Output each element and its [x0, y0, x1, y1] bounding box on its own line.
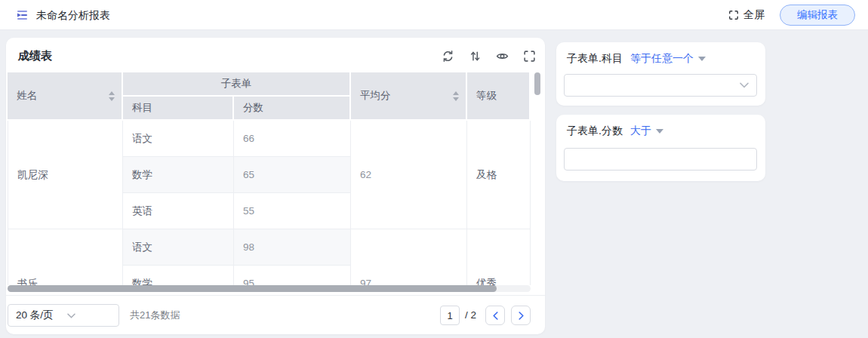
next-page-button[interactable]	[511, 306, 531, 325]
card-toolbar	[442, 50, 536, 63]
cell-student-name: 凯尼深	[8, 121, 123, 229]
name-column-sorter[interactable]	[109, 91, 115, 101]
cell-subject: 语文	[123, 121, 234, 157]
column-header-name[interactable]: 姓名	[8, 72, 123, 121]
table-row: 凯尼深 语文 66 62 及格	[8, 121, 531, 157]
card-title: 成绩表	[18, 49, 52, 63]
fullscreen-icon	[728, 10, 739, 20]
eye-icon[interactable]	[496, 50, 509, 63]
expand-icon[interactable]	[523, 50, 536, 63]
total-count-label: 共21条数据	[130, 304, 180, 327]
top-bar: 未命名分析报表 全屏 编辑报表	[0, 0, 868, 30]
filter-operator-dropdown[interactable]: 等于任意一个	[630, 52, 706, 66]
cell-student-name: 书乐	[8, 229, 123, 285]
chevron-down-icon	[740, 82, 749, 88]
prev-page-button[interactable]	[485, 306, 505, 325]
score-filter-input[interactable]	[564, 148, 757, 171]
cell-subject: 数学	[123, 266, 234, 285]
column-header-score: 分数	[234, 97, 351, 121]
cell-score: 55	[234, 193, 351, 229]
column-header-grade: 等级	[467, 72, 531, 121]
page-number-input[interactable]	[440, 306, 460, 325]
column-group-header-subform: 子表单	[123, 72, 351, 97]
page-title: 未命名分析报表	[36, 0, 110, 30]
cell-score: 65	[234, 157, 351, 193]
subject-filter-select[interactable]	[564, 74, 757, 97]
cell-average: 97	[351, 229, 467, 285]
page-size-value: 20 条/页	[8, 309, 60, 322]
filter-card-subject: 子表单.科目 等于任意一个	[556, 42, 765, 106]
column-header-average[interactable]: 平均分	[351, 72, 467, 121]
report-viewer-page: 未命名分析报表 全屏 编辑报表 成绩表	[0, 0, 868, 338]
column-header-subject: 科目	[123, 97, 234, 121]
filter-operator-dropdown[interactable]: 大于	[630, 124, 663, 138]
fullscreen-button[interactable]: 全屏	[728, 8, 765, 22]
caret-down-icon	[698, 57, 706, 61]
cell-subject: 数学	[123, 157, 234, 193]
filter-field-label: 子表单.分数	[567, 124, 623, 138]
cell-score: 66	[234, 121, 351, 157]
chevron-right-icon	[519, 312, 524, 320]
average-column-sorter[interactable]	[453, 91, 459, 101]
sort-icon[interactable]	[469, 50, 482, 63]
table-row: 书乐 语文 98 97 优秀	[8, 229, 531, 266]
collapse-back-icon[interactable]	[15, 8, 29, 22]
cell-score: 98	[234, 229, 351, 266]
refresh-icon[interactable]	[442, 50, 454, 63]
score-table: 姓名 子表单 平均分 等级	[8, 72, 531, 285]
horizontal-scrollbar-track	[8, 285, 531, 292]
cell-subject: 语文	[123, 229, 234, 266]
page-total-label: / 2	[465, 304, 476, 327]
cell-grade: 及格	[467, 121, 531, 229]
cell-grade: 优秀	[467, 229, 531, 285]
fullscreen-label: 全屏	[743, 8, 765, 22]
horizontal-scrollbar[interactable]	[8, 285, 497, 292]
cell-average: 62	[351, 121, 467, 229]
topbar-actions: 全屏 编辑报表	[728, 0, 855, 30]
edit-report-button[interactable]: 编辑报表	[780, 5, 855, 26]
filter-card-score: 子表单.分数 大于	[556, 115, 765, 181]
cell-subject: 英语	[123, 193, 234, 229]
pagination-divider	[6, 295, 545, 296]
score-table-card: 成绩表	[6, 38, 545, 334]
page-size-select[interactable]: 20 条/页	[8, 304, 119, 327]
chevron-left-icon	[493, 312, 498, 320]
cell-score: 95	[234, 266, 351, 285]
vertical-scrollbar[interactable]	[534, 72, 540, 95]
filter-field-label: 子表单.科目	[567, 52, 623, 66]
caret-down-icon	[656, 129, 663, 134]
chevron-down-icon	[60, 313, 111, 318]
